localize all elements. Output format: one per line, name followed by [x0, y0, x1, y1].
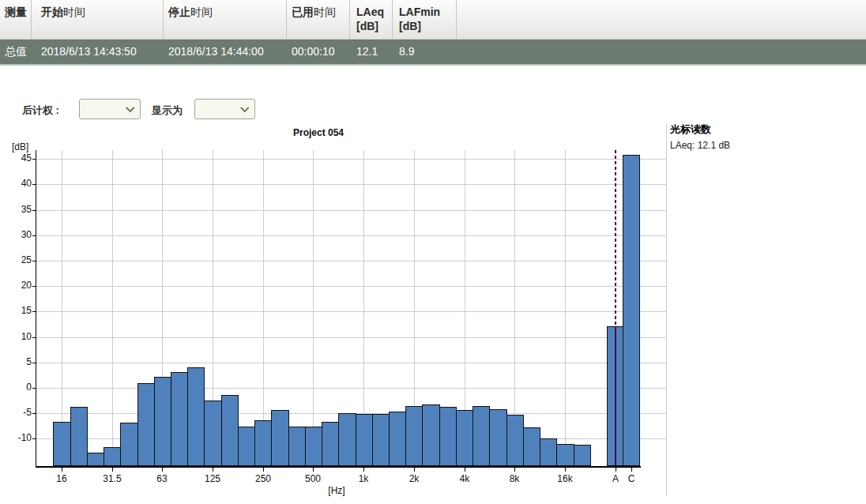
bar-weighted-C[interactable] — [623, 155, 640, 466]
y-tick-label: 20 — [6, 280, 32, 291]
x-tick-label: 250 — [246, 473, 281, 484]
bar-6.3k[interactable] — [489, 409, 507, 466]
bar-630[interactable] — [322, 422, 339, 466]
chart-title: Project 054 — [0, 127, 637, 138]
bar-31.5[interactable] — [104, 447, 121, 466]
x-tick-label: 8k — [497, 473, 532, 484]
y-tick-label: -10 — [6, 432, 32, 443]
x-tick-label: 125 — [195, 473, 230, 484]
bar-200[interactable] — [238, 427, 255, 466]
x-tick — [514, 468, 515, 472]
x-tick — [363, 468, 364, 472]
gridline-vertical — [565, 150, 566, 466]
bar-315[interactable] — [271, 410, 289, 466]
x-tick — [565, 468, 566, 472]
x-axis-line — [36, 466, 641, 468]
gridline-horizontal — [36, 235, 666, 236]
y-tick-label: 35 — [6, 204, 32, 215]
x-tick — [112, 468, 113, 472]
y-tick-label: 25 — [6, 254, 32, 265]
y-axis-line — [36, 150, 36, 467]
bar-25[interactable] — [87, 453, 104, 466]
x-tick-label: C — [614, 473, 649, 484]
bar-250[interactable] — [254, 420, 272, 466]
bar-12.5k[interactable] — [540, 438, 557, 466]
x-tick — [313, 468, 314, 472]
x-tick-label: 31.5 — [95, 473, 130, 484]
cursor-readout-value: LAeq: 12.1 dB — [670, 140, 730, 151]
bar-16[interactable] — [53, 422, 71, 466]
gridline-vertical — [263, 150, 264, 466]
bar-400[interactable] — [288, 427, 306, 466]
cursor-readout-title: 光标读数 — [670, 122, 711, 137]
y-tick-label: 30 — [6, 229, 32, 240]
bar-8k[interactable] — [506, 415, 524, 466]
x-tick-label: 1k — [346, 473, 381, 484]
bar-50[interactable] — [137, 383, 155, 466]
gridline-horizontal — [36, 388, 666, 389]
bar-3.15k[interactable] — [439, 407, 457, 466]
y-tick-label: 0 — [6, 382, 32, 393]
bar-125[interactable] — [204, 401, 222, 466]
x-tick-label: 63 — [145, 473, 179, 484]
x-tick-label: 16 — [44, 473, 79, 484]
gridline-horizontal — [36, 184, 666, 185]
bar-80[interactable] — [171, 372, 188, 466]
bar-500[interactable] — [305, 427, 322, 466]
bar-16k[interactable] — [556, 444, 574, 466]
x-tick — [162, 468, 163, 472]
x-tick-label: 4k — [447, 473, 482, 484]
x-axis-unit-label: [Hz] — [301, 485, 372, 496]
bar-4k[interactable] — [456, 410, 473, 466]
gridline-horizontal — [36, 337, 666, 338]
bar-800[interactable] — [338, 413, 356, 466]
x-tick-label: 16k — [548, 473, 582, 484]
bar-2k[interactable] — [405, 406, 423, 466]
x-tick — [616, 468, 616, 472]
y-tick-label: 5 — [6, 356, 32, 367]
y-tick-label: 15 — [6, 305, 32, 316]
x-tick-label: 500 — [296, 473, 330, 484]
x-tick — [213, 468, 213, 472]
x-tick — [263, 468, 264, 472]
gridline-horizontal — [36, 210, 666, 211]
x-tick — [414, 468, 415, 472]
x-tick-label: 2k — [397, 473, 431, 484]
bar-160[interactable] — [221, 395, 239, 466]
y-tick-label: 10 — [6, 331, 32, 342]
y-tick-label: 40 — [6, 178, 32, 189]
y-tick-label: -5 — [6, 407, 32, 418]
x-tick — [62, 468, 62, 472]
bar-40[interactable] — [120, 423, 138, 466]
cursor-line[interactable] — [615, 150, 616, 326]
gridline-horizontal — [36, 159, 666, 160]
cursor-line-in-bar[interactable] — [615, 326, 616, 466]
bar-5k[interactable] — [473, 406, 490, 466]
gridline-vertical — [112, 150, 113, 466]
bar-63[interactable] — [154, 377, 171, 466]
x-tick — [631, 468, 632, 472]
y-axis-unit-label: [dB] — [12, 141, 28, 152]
bar-1.6k[interactable] — [389, 412, 406, 466]
bar-20[interactable] — [70, 407, 88, 466]
gridline-vertical — [313, 150, 314, 466]
chart-panel-divider — [666, 123, 667, 496]
bar-2.5k[interactable] — [422, 404, 440, 466]
bar-20k[interactable] — [574, 445, 591, 466]
spectrum-chart: Project 054 [dB] 454035302520151050-5-10… — [0, 0, 866, 504]
bar-100[interactable] — [187, 367, 205, 466]
gridline-vertical — [62, 150, 62, 466]
y-tick-label: 45 — [6, 152, 32, 164]
gridline-horizontal — [36, 363, 666, 363]
bar-10k[interactable] — [523, 427, 540, 466]
gridline-horizontal — [36, 286, 666, 287]
bar-1k[interactable] — [356, 414, 373, 466]
gridline-horizontal — [36, 311, 666, 312]
bar-1.25k[interactable] — [372, 414, 390, 466]
gridline-horizontal — [36, 261, 666, 261]
x-tick — [465, 468, 465, 472]
